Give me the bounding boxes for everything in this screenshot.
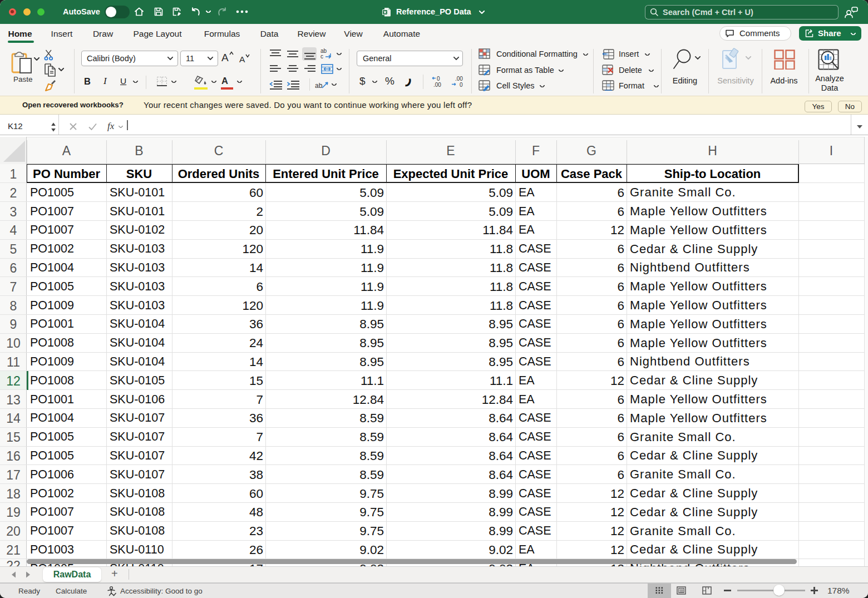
svg-text:c: c — [320, 53, 323, 60]
svg-text:.00: .00 — [433, 82, 441, 88]
svg-text:.00: .00 — [455, 76, 463, 82]
svg-text:0: 0 — [437, 76, 440, 82]
svg-text:0: 0 — [460, 82, 463, 88]
svg-text:ab: ab — [315, 82, 323, 90]
